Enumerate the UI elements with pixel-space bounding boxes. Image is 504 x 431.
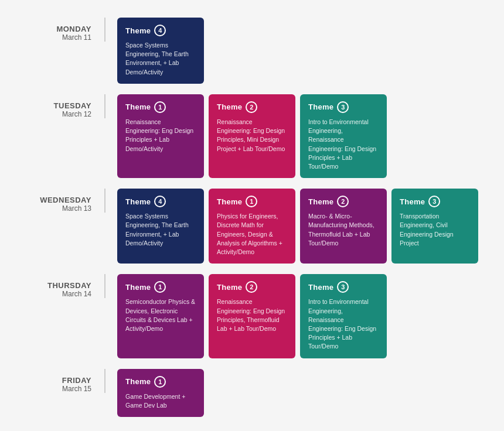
card-wednesday-3: Theme3Transportation Engineering, Civil … [391, 189, 478, 264]
card-thursday-1: Theme2Renaissance Engineering: Eng Desig… [209, 274, 295, 358]
card-friday-0: Theme1Game Development + Game Dev Lab [117, 369, 204, 417]
day-name: MONDAY [12, 25, 91, 33]
day-label-thursday: THURSDAYMarch 14 [12, 274, 105, 298]
card-number-circle: 2 [246, 101, 257, 113]
card-header: Theme4 [125, 196, 196, 207]
card-thursday-2: Theme3Intro to Environmental Engineering… [300, 274, 387, 358]
cards-container: Theme4Space Systems Engineering, The Ear… [105, 18, 492, 84]
card-header: Theme3 [308, 281, 379, 293]
card-body: Macro- & Micro-Manufacturing Methods, Th… [308, 212, 379, 248]
card-header: Theme1 [217, 196, 287, 207]
card-header: Theme1 [125, 281, 196, 293]
day-date: March 13 [12, 204, 91, 213]
day-name: TUESDAY [12, 101, 91, 110]
day-row-monday: MONDAYMarch 11Theme4Space Systems Engine… [12, 18, 492, 84]
card-body: Transportation Engineering, Civil Engine… [400, 212, 470, 248]
card-number-circle: 2 [337, 196, 349, 207]
card-thursday-0: Theme1Semiconductor Physics & Devices, E… [117, 274, 204, 358]
card-theme-label: Theme [125, 102, 151, 111]
cards-container: Theme1Game Development + Game Dev Lab [105, 369, 492, 417]
card-number-circle: 1 [246, 196, 257, 207]
card-header: Theme3 [400, 196, 470, 207]
card-number-circle: 4 [154, 196, 166, 207]
card-number-circle: 3 [428, 196, 440, 207]
card-wednesday-1: Theme1Physics for Engineers, Discrete Ma… [209, 189, 295, 264]
card-theme-label: Theme [125, 197, 151, 206]
card-theme-label: Theme [125, 26, 151, 35]
card-number-circle: 4 [154, 25, 166, 36]
cards-container: Theme1Semiconductor Physics & Devices, E… [105, 274, 492, 358]
day-row-tuesday: TUESDAYMarch 12Theme1Renaissance Enginee… [12, 94, 492, 178]
card-body: Space Systems Engineering, The Earth Env… [125, 212, 196, 248]
schedule-container: MONDAYMarch 11Theme4Space Systems Engine… [0, 0, 504, 431]
card-body: Physics for Engineers, Discrete Math for… [217, 212, 287, 256]
card-body: Intro to Environmental Engineering, Rena… [308, 118, 379, 171]
card-number-circle: 1 [154, 281, 166, 293]
card-header: Theme1 [125, 101, 196, 113]
card-body: Space Systems Engineering, The Earth Env… [125, 41, 196, 77]
card-header: Theme2 [308, 196, 379, 207]
card-body: Intro to Environmental Engineering, Rena… [308, 297, 379, 351]
card-body: Game Development + Game Dev Lab [125, 392, 196, 410]
card-header: Theme4 [125, 25, 196, 36]
card-tuesday-0: Theme1Renaissance Engineering: Eng Desig… [117, 94, 204, 178]
day-date: March 11 [12, 33, 91, 42]
day-row-thursday: THURSDAYMarch 14Theme1Semiconductor Phys… [12, 274, 492, 358]
day-label-monday: MONDAYMarch 11 [12, 18, 105, 42]
card-tuesday-2: Theme3Intro to Environmental Engineering… [300, 94, 387, 178]
cards-container: Theme4Space Systems Engineering, The Ear… [105, 189, 492, 264]
card-theme-label: Theme [308, 283, 333, 292]
card-theme-label: Theme [217, 283, 242, 292]
card-header: Theme3 [308, 101, 379, 113]
day-row-friday: FRIDAYMarch 15Theme1Game Development + G… [12, 369, 492, 417]
card-theme-label: Theme [217, 102, 242, 111]
day-row-wednesday: WEDNESDAYMarch 13Theme4Space Systems Eng… [12, 189, 492, 264]
cards-container: Theme1Renaissance Engineering: Eng Desig… [105, 94, 492, 178]
day-date: March 14 [12, 290, 91, 298]
card-number-circle: 2 [246, 281, 257, 293]
card-theme-label: Theme [125, 377, 151, 386]
day-label-wednesday: WEDNESDAYMarch 13 [12, 189, 105, 213]
card-theme-label: Theme [400, 197, 425, 206]
card-wednesday-0: Theme4Space Systems Engineering, The Ear… [117, 189, 204, 264]
day-name: THURSDAY [12, 281, 91, 290]
card-theme-label: Theme [308, 197, 333, 206]
card-monday-0: Theme4Space Systems Engineering, The Ear… [117, 18, 204, 84]
card-wednesday-2: Theme2Macro- & Micro-Manufacturing Metho… [300, 189, 387, 264]
card-theme-label: Theme [125, 283, 151, 292]
day-label-tuesday: TUESDAYMarch 12 [12, 94, 105, 118]
day-name: WEDNESDAY [12, 196, 91, 204]
day-date: March 12 [12, 110, 91, 118]
card-number-circle: 3 [337, 101, 349, 113]
card-header: Theme2 [217, 281, 287, 293]
card-theme-label: Theme [308, 102, 333, 111]
card-body: Renaissance Engineering: Eng Design Prin… [125, 118, 196, 153]
card-number-circle: 1 [154, 101, 166, 113]
card-number-circle: 1 [154, 376, 166, 388]
day-date: March 15 [12, 385, 91, 393]
card-body: Semiconductor Physics & Devices, Electro… [125, 297, 196, 333]
card-tuesday-1: Theme2Renaissance Engineering: Eng Desig… [209, 94, 295, 178]
card-theme-label: Theme [217, 197, 242, 206]
day-name: FRIDAY [12, 376, 91, 385]
card-number-circle: 3 [337, 281, 349, 293]
card-header: Theme2 [217, 101, 287, 113]
day-label-friday: FRIDAYMarch 15 [12, 369, 105, 393]
card-body: Renaissance Engineering: Eng Design Prin… [217, 118, 287, 153]
card-body: Renaissance Engineering: Eng Design Prin… [217, 297, 287, 333]
card-header: Theme1 [125, 376, 196, 388]
